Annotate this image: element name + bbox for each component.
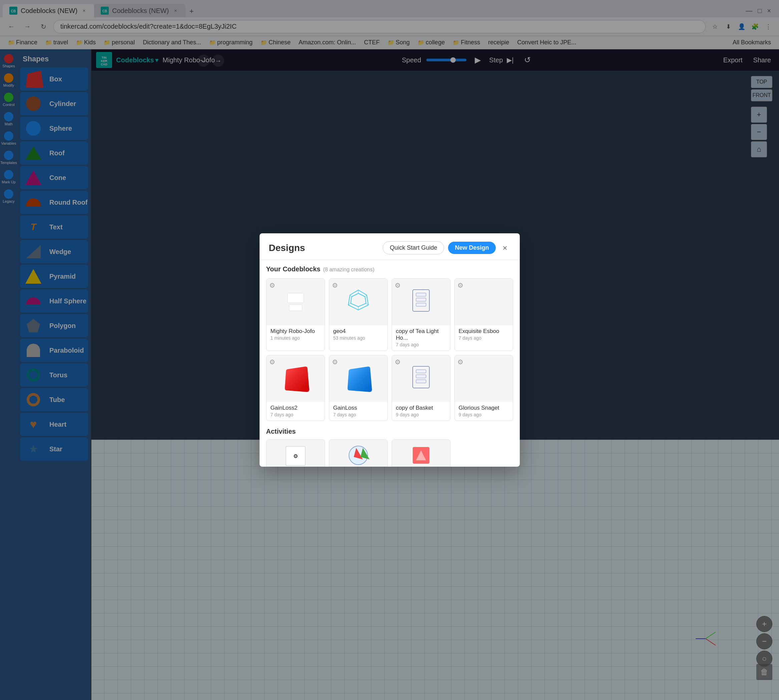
- design-card-gainloss-time: 7 days ago: [333, 412, 383, 417]
- activity-thumb-3: [410, 444, 433, 467]
- svg-rect-24: [416, 370, 426, 373]
- design-card-gainloss2[interactable]: ⚙ GainLoss2 7 days ago: [266, 355, 325, 421]
- design-card-snaget-name: Glorious Snaget: [459, 405, 509, 411]
- activities-section: Activities ⚙: [266, 428, 513, 467]
- design-card-robojofo-name: Mighty Robo-Jofo: [271, 328, 321, 335]
- modal-header: Designs Quick Start Guide New Design ×: [259, 233, 520, 260]
- design-card-tea[interactable]: ⚙ copy of Tea Light: [392, 278, 450, 351]
- design-card-esboo-thumbnail: ⚙: [455, 279, 513, 325]
- activity-icon-1: ⚙: [293, 453, 298, 459]
- design-card-snaget-info: Glorious Snaget 9 days ago: [455, 402, 513, 421]
- design-card-robojofo[interactable]: ⚙ Mighty Robo-Jofo 1 minutes ago: [266, 278, 325, 351]
- design-card-gainloss-gear[interactable]: ⚙: [332, 358, 338, 366]
- activity-card-2[interactable]: [329, 439, 388, 467]
- your-codeblocks-section: Your Codeblocks (8 amazing creations) ⚙: [266, 265, 513, 421]
- design-card-basket-info: copy of Basket 9 days ago: [392, 402, 450, 421]
- design-card-esboo-info: Exquisite Esboo 7 days ago: [455, 325, 513, 344]
- modal-header-actions: Quick Start Guide New Design ×: [383, 241, 510, 254]
- design-card-basket-thumbnail: ⚙: [392, 355, 450, 402]
- geo4-thumb: [347, 288, 370, 316]
- design-card-geo4-info: geo4 53 minutes ago: [329, 325, 387, 344]
- design-card-snaget-gear[interactable]: ⚙: [457, 358, 463, 366]
- design-card-robojofo-gear[interactable]: ⚙: [269, 281, 275, 289]
- new-design-button[interactable]: New Design: [448, 242, 495, 254]
- design-card-geo4-name: geo4: [333, 328, 383, 335]
- design-card-basket-gear[interactable]: ⚙: [395, 358, 401, 366]
- design-card-gainloss-info: GainLoss 7 days ago: [329, 402, 387, 421]
- amazing-creations-label: (8 amazing creations): [323, 267, 374, 273]
- activity-thumb-2: [345, 444, 372, 467]
- modal-title: Designs: [269, 243, 305, 253]
- design-card-robojofo-time: 1 minutes ago: [271, 335, 321, 341]
- design-card-basket[interactable]: ⚙ copy of Basket: [392, 355, 450, 421]
- svg-line-18: [350, 295, 352, 297]
- design-card-snaget[interactable]: ⚙ Glorious Snaget 9 days ago: [455, 355, 513, 421]
- design-card-gainloss2-time: 7 days ago: [271, 412, 321, 417]
- robojofo-thumb: [282, 289, 309, 315]
- design-card-tea-name: copy of Tea Light Ho...: [396, 328, 446, 341]
- designs-modal: Designs Quick Start Guide New Design × Y…: [259, 233, 520, 467]
- modal-body: Your Codeblocks (8 amazing creations) ⚙: [259, 260, 520, 467]
- design-card-basket-time: 9 days ago: [396, 412, 446, 417]
- design-card-robojofo-info: Mighty Robo-Jofo 1 minutes ago: [267, 325, 324, 344]
- gainloss-thumb: [347, 366, 372, 392]
- svg-line-14: [365, 295, 367, 297]
- robojofo-box-top: [287, 293, 304, 303]
- svg-rect-21: [416, 298, 426, 301]
- basket-thumb: [410, 365, 433, 393]
- design-card-gainloss2-gear[interactable]: ⚙: [269, 358, 275, 366]
- gainloss2-thumb: [284, 366, 309, 392]
- your-codeblocks-title: Your Codeblocks: [266, 265, 321, 273]
- designs-grid: ⚙ Mighty Robo-Jofo 1 minutes ago: [266, 278, 513, 421]
- design-card-robojofo-thumbnail: ⚙: [267, 279, 324, 325]
- activity-card-1[interactable]: ⚙: [266, 439, 325, 467]
- tea-thumb: [410, 288, 433, 316]
- design-card-gainloss[interactable]: ⚙ GainLoss 7 days ago: [329, 355, 388, 421]
- activity-thumb-1: ⚙: [286, 446, 306, 466]
- svg-rect-25: [416, 375, 426, 378]
- design-card-geo4-time: 53 minutes ago: [333, 335, 383, 341]
- design-card-snaget-time: 9 days ago: [459, 412, 509, 417]
- design-card-geo4-gear[interactable]: ⚙: [332, 281, 338, 289]
- svg-marker-12: [351, 293, 366, 307]
- design-card-tea-gear[interactable]: ⚙: [395, 281, 401, 289]
- robojofo-box-bottom: [289, 304, 302, 311]
- design-card-tea-time: 7 days ago: [396, 342, 446, 347]
- design-card-esboo-time: 7 days ago: [459, 335, 509, 341]
- modal-close-button[interactable]: ×: [500, 243, 510, 253]
- design-card-snaget-thumbnail: ⚙: [455, 355, 513, 402]
- svg-rect-20: [416, 293, 426, 296]
- design-card-gainloss2-name: GainLoss2: [271, 405, 321, 411]
- quick-start-button[interactable]: Quick Start Guide: [383, 241, 444, 254]
- design-card-esboo-name: Exquisite Esboo: [459, 328, 509, 335]
- design-card-gainloss2-info: GainLoss2 7 days ago: [267, 402, 324, 421]
- design-card-tea-info: copy of Tea Light Ho... 7 days ago: [392, 325, 450, 351]
- design-card-gainloss-name: GainLoss: [333, 405, 383, 411]
- svg-rect-22: [416, 303, 426, 306]
- design-card-gainloss2-thumbnail: ⚙: [267, 355, 324, 402]
- activities-grid: ⚙: [266, 439, 513, 467]
- design-card-geo4-thumbnail: ⚙: [329, 279, 387, 325]
- design-card-geo4[interactable]: ⚙: [329, 278, 388, 351]
- design-card-gainloss-thumbnail: ⚙: [329, 355, 387, 402]
- activities-title: Activities: [266, 428, 296, 435]
- design-card-tea-thumbnail: ⚙: [392, 279, 450, 325]
- activity-card-3[interactable]: [392, 439, 450, 467]
- design-card-basket-name: copy of Basket: [396, 405, 446, 411]
- svg-rect-26: [416, 380, 426, 383]
- design-card-esboo[interactable]: ⚙ Exquisite Esboo 7 days ago: [455, 278, 513, 351]
- design-card-esboo-gear[interactable]: ⚙: [457, 281, 463, 289]
- modal-overlay[interactable]: Designs Quick Start Guide New Design × Y…: [0, 0, 779, 700]
